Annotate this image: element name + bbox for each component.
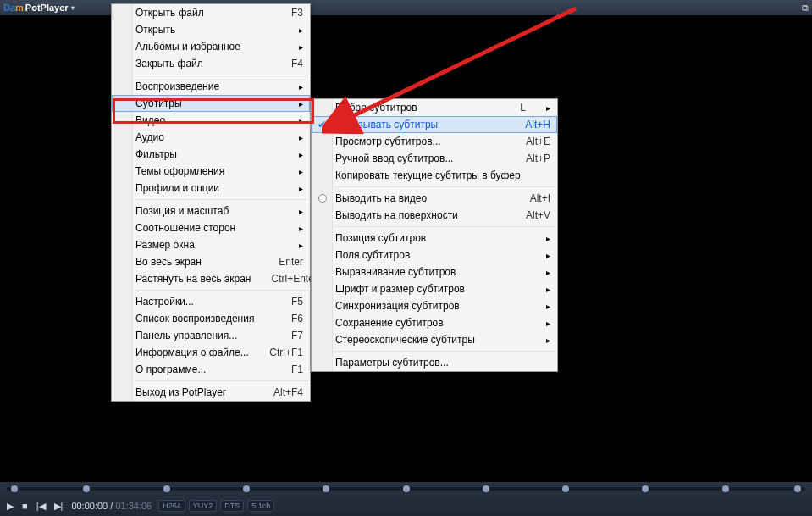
submenu-font[interactable]: Шрифт и размер субтитров▸ — [312, 280, 557, 297]
menu-audio[interactable]: Аудио▸ — [112, 129, 310, 146]
play-button[interactable]: ▶ — [7, 501, 14, 512]
submenu-save[interactable]: Сохранение субтитров▸ — [312, 314, 557, 331]
submenu-select-subs[interactable]: Выбор субтитровL▸ — [312, 99, 557, 116]
timecode: 00:00:00 / 01:34:06 — [71, 501, 152, 511]
submenu-stereo[interactable]: Стереоскопические субтитры▸ — [312, 331, 557, 348]
menu-aspect[interactable]: Соотношение сторон▸ — [112, 219, 310, 236]
menu-about[interactable]: О программе...F1 — [112, 361, 310, 378]
menu-playback[interactable]: Воспроизведение▸ — [112, 78, 310, 95]
menu-prefs[interactable]: Настройки...F5 — [112, 293, 310, 310]
menu-filters[interactable]: Фильтры▸ — [112, 146, 310, 163]
submenu-on-video[interactable]: Выводить на видеоAlt+I — [312, 190, 557, 207]
app-logo: Dam PotPlayer ▾ — [3, 3, 75, 13]
menu-profiles[interactable]: Профили и опции▸ — [112, 180, 310, 197]
context-menu-subtitles: Выбор субтитровL▸ ✔ Показывать субтитрыA… — [311, 98, 558, 372]
codec-badges: H264 YUY2 DTS 5.1ch — [158, 500, 274, 512]
menu-open[interactable]: Открыть▸ — [112, 21, 310, 38]
submenu-align[interactable]: Выравнивание субтитров▸ — [312, 264, 557, 280]
submenu-position[interactable]: Позиция субтитров▸ — [312, 230, 557, 247]
next-button[interactable]: ▶| — [54, 501, 64, 512]
menu-fullscreen[interactable]: Во весь экранEnter — [112, 253, 310, 270]
submenu-browse-subs[interactable]: Просмотр субтитров...Alt+E — [312, 133, 557, 150]
menu-skins[interactable]: Темы оформления▸ — [112, 163, 310, 180]
title-dropdown-icon[interactable]: ▾ — [71, 4, 75, 12]
submenu-sync[interactable]: Синхронизация субтитров▸ — [312, 297, 557, 314]
controls-bar: ▶ ■ |◀ ▶| 00:00:00 / 01:34:06 H264 YUY2 … — [0, 482, 812, 516]
submenu-margins[interactable]: Поля субтитров▸ — [312, 247, 557, 264]
submenu-params[interactable]: Параметры субтитров... — [312, 354, 557, 371]
menu-file-info[interactable]: Информация о файле...Ctrl+F1 — [112, 344, 310, 361]
menu-stretch[interactable]: Растянуть на весь экранCtrl+Enter — [112, 270, 310, 287]
pin-button[interactable]: ⧉ — [802, 3, 809, 14]
submenu-manual-subs[interactable]: Ручной ввод субтитров...Alt+P — [312, 150, 557, 167]
context-menu-main: Открыть файлF3 Открыть▸ Альбомы и избран… — [111, 3, 311, 402]
menu-subtitles[interactable]: Субтитры▸ — [112, 95, 310, 112]
prev-button[interactable]: |◀ — [36, 501, 46, 512]
seekbar[interactable] — [0, 482, 812, 496]
check-icon: ✔ — [318, 119, 326, 130]
menu-close-file[interactable]: Закрыть файлF4 — [112, 55, 310, 72]
menu-winsize[interactable]: Размер окна▸ — [112, 236, 310, 253]
menu-playlist[interactable]: Список воспроизведенияF6 — [112, 310, 310, 327]
menu-albums[interactable]: Альбомы и избранное▸ — [112, 38, 310, 55]
stop-button[interactable]: ■ — [22, 501, 28, 511]
radio-icon — [318, 194, 327, 203]
menu-video[interactable]: Видео▸ — [112, 112, 310, 129]
menu-ctrl-panel[interactable]: Панель управления...F7 — [112, 327, 310, 344]
app-title: PotPlayer — [25, 3, 69, 13]
submenu-copy-subs[interactable]: Копировать текущие субтитры в буфер — [312, 167, 557, 184]
submenu-show-subs[interactable]: ✔ Показывать субтитрыAlt+H — [312, 116, 557, 133]
submenu-on-surface[interactable]: Выводить на поверхностиAlt+V — [312, 207, 557, 224]
menu-open-file[interactable]: Открыть файлF3 — [112, 4, 310, 21]
menu-pos-scale[interactable]: Позиция и масштаб▸ — [112, 203, 310, 219]
menu-exit[interactable]: Выход из PotPlayerAlt+F4 — [112, 384, 310, 401]
